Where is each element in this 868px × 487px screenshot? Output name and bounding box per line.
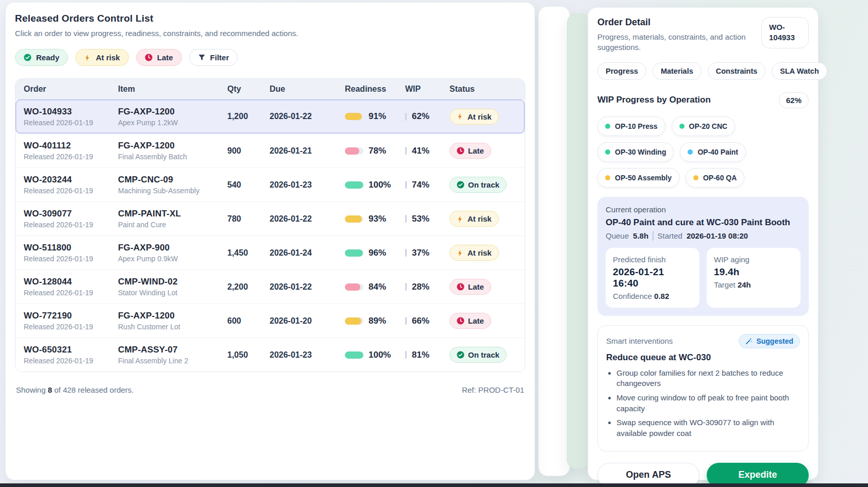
column-header-qty: Qty — [227, 85, 270, 94]
bolt-icon — [457, 113, 464, 120]
operation-chip[interactable]: OP-50 Assembly — [597, 168, 679, 188]
wip-tick — [405, 147, 407, 155]
readiness-value: 78% — [369, 146, 386, 156]
due-date: 2026-01-20 — [270, 316, 345, 326]
due-date: 2026-01-21 — [270, 146, 345, 156]
order-detail-header: Order Detail Progress, materials, constr… — [597, 17, 809, 53]
item-code: FG-AXP-1200 — [118, 311, 227, 321]
due-date: 2026-01-24 — [270, 248, 345, 258]
predicted-finish-card: Predicted finish 2026-01-21 16:40 Confid… — [606, 248, 699, 308]
table-header: Order Item Qty Due Readiness WIP Status — [15, 79, 525, 99]
qty-value: 600 — [227, 316, 270, 326]
showing-count-text: Showing 8 of 428 released orders. — [16, 385, 134, 394]
status-badge: At risk — [449, 109, 499, 125]
item-description: Apex Pump 1.2kW — [118, 119, 227, 127]
order-released-date: Released 2026-01-19 — [24, 221, 118, 229]
table-row[interactable]: WO-772190 Released 2026-01-19 FG-AXP-120… — [15, 304, 525, 338]
interventions-header: Smart interventions Suggested — [606, 334, 800, 348]
filter-chip-at-risk[interactable]: At risk — [75, 49, 129, 66]
wip-value: 28% — [412, 282, 429, 292]
order-detail-subtitle: Progress, materials, constraints, and ac… — [597, 32, 752, 53]
tab-progress[interactable]: Progress — [597, 62, 646, 80]
table-row[interactable]: WO-511800 Released 2026-01-19 FG-AXP-900… — [15, 236, 525, 270]
filter-button[interactable]: Filter — [189, 49, 238, 66]
clock-icon — [145, 54, 153, 61]
operation-label: OP-60 QA — [703, 174, 737, 182]
order-released-date: Released 2026-01-19 — [24, 357, 118, 365]
clock-icon — [457, 283, 464, 291]
due-date: 2026-01-23 — [270, 180, 345, 190]
interventions-card: Smart interventions Suggested Reduce que… — [597, 325, 809, 451]
wip-tick — [405, 283, 407, 291]
tab-sla-watch[interactable]: SLA Watch — [772, 62, 827, 80]
filter-chip-label: At risk — [96, 53, 120, 62]
filter-chips-row: Ready At risk Late Filter — [15, 49, 525, 66]
wip-tick — [405, 351, 407, 359]
order-released-date: Released 2026-01-19 — [24, 323, 118, 331]
order-released-date: Released 2026-01-19 — [24, 187, 118, 195]
table-row[interactable]: WO-401112 Released 2026-01-19 FG-AXP-120… — [15, 133, 525, 167]
wip-value: 81% — [412, 350, 429, 360]
tab-constraints[interactable]: Constraints — [708, 62, 766, 80]
operation-chip[interactable]: OP-60 QA — [686, 168, 744, 188]
column-header-due: Due — [270, 85, 345, 94]
operation-chip[interactable]: OP-30 Winding — [597, 142, 674, 162]
item-description: Rush Customer Lot — [118, 323, 227, 331]
released-orders-panel: Released Orders Control List Click an or… — [5, 2, 535, 480]
operation-chip[interactable]: OP-40 Paint — [680, 142, 746, 162]
table-row[interactable]: WO-104933 Released 2026-01-19 FG-AXP-120… — [15, 99, 525, 133]
wip-value: 74% — [412, 180, 429, 190]
readiness-meter — [345, 283, 363, 291]
filter-chip-late[interactable]: Late — [136, 49, 182, 66]
wip-value: 41% — [412, 146, 429, 156]
operation-status-dot — [605, 175, 610, 180]
status-label: Late — [468, 282, 484, 291]
intervention-item: Swap sequence with WO-309077 to align wi… — [616, 417, 800, 439]
operation-chip[interactable]: OP-10 Press — [597, 116, 665, 136]
due-date: 2026-01-22 — [270, 282, 345, 292]
table-row[interactable]: WO-128044 Released 2026-01-19 CMP-WIND-0… — [15, 270, 525, 304]
bolt-icon — [457, 215, 464, 223]
readiness-value: 91% — [369, 111, 386, 122]
table-row[interactable]: WO-203244 Released 2026-01-19 CMP-CNC-09… — [15, 167, 525, 201]
stat-sub: Target 24h — [714, 280, 793, 289]
order-id: WO-511800 — [24, 243, 118, 253]
interventions-list: Group color families for next 2 batches … — [616, 368, 800, 439]
order-detail-panel: Order Detail Progress, materials, constr… — [588, 7, 819, 480]
item-code: CMP-CNC-09 — [118, 175, 227, 185]
wip-tick — [405, 113, 407, 121]
current-operation-title: OP-40 Paint and cure at WC-030 Paint Boo… — [606, 217, 800, 228]
tab-materials[interactable]: Materials — [653, 62, 702, 80]
operation-chip[interactable]: OP-20 CNC — [672, 116, 736, 136]
item-description: Paint and Cure — [118, 221, 227, 229]
queue-value: 5.8h — [633, 231, 648, 240]
filter-chip-label: Late — [157, 53, 173, 62]
detail-tabs: Progress Materials Constraints SLA Watch — [597, 62, 809, 80]
item-code: FG-AXP-900 — [118, 243, 227, 253]
readiness-value: 100% — [369, 180, 391, 190]
qty-value: 540 — [227, 180, 270, 190]
showing-count: 8 — [48, 385, 52, 394]
wip-value: 53% — [412, 214, 429, 224]
table-row[interactable]: WO-650321 Released 2026-01-19 CMP-ASSY-0… — [15, 338, 525, 372]
due-date: 2026-01-22 — [270, 112, 345, 121]
status-label: At risk — [468, 248, 492, 257]
item-code: CMP-WIND-02 — [118, 277, 227, 287]
wand-icon — [745, 338, 753, 345]
check-circle-icon — [457, 351, 464, 359]
stacked-card-edge-green — [567, 13, 590, 469]
stat-sub: Confidence 0.82 — [613, 292, 692, 300]
wip-section-title: WIP Progress by Operation — [597, 95, 711, 105]
status-label: Late — [468, 146, 484, 155]
suggested-badge-label: Suggested — [756, 337, 793, 345]
operation-status-dot — [688, 149, 693, 155]
queue-label: Queue — [606, 231, 629, 240]
order-id: WO-650321 — [24, 345, 118, 355]
bolt-icon — [457, 249, 464, 257]
order-released-date: Released 2026-01-19 — [24, 153, 118, 161]
operations-grid: OP-10 Press OP-20 CNC OP-30 Winding OP-4… — [597, 116, 809, 188]
filter-chip-ready[interactable]: Ready — [15, 49, 68, 66]
readiness-value: 84% — [369, 282, 386, 292]
table-row[interactable]: WO-309077 Released 2026-01-19 CMP-PAINT-… — [15, 201, 525, 236]
order-id: WO-104933 — [24, 107, 118, 117]
